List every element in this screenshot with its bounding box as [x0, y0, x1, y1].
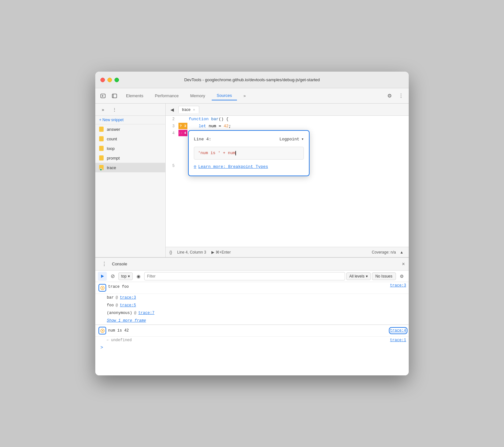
forward-nav-icon[interactable] [109, 91, 120, 101]
fullscreen-button[interactable] [114, 78, 119, 82]
console-menu-icon[interactable]: ⋮ [99, 259, 109, 269]
console-header: ⋮ Console × [95, 258, 409, 271]
console-clear-button[interactable]: ⊘ [108, 272, 117, 281]
tab-memory[interactable]: Memory [185, 91, 210, 100]
snippet-file-icon [99, 136, 104, 141]
close-button[interactable] [100, 78, 105, 82]
snippet-item-trace[interactable]: trace [95, 163, 165, 172]
output-message: num is 42 [107, 327, 390, 334]
trace-foo-entry: foo @ trace:5 [95, 302, 409, 309]
devtools-window: DevTools - googlechrome.github.io/devtoo… [95, 72, 409, 375]
editor-tab-close[interactable]: × [193, 108, 196, 112]
console-entry-trace[interactable]: trace foo trace:3 [95, 282, 409, 294]
snippet-name: answer [107, 127, 120, 132]
log-levels-button[interactable]: All levels ▾ [346, 272, 370, 280]
tab-more[interactable]: » [238, 91, 251, 100]
status-bar: {} Line 4, Column 3 ▶ ⌘+Enter Coverage: … [166, 247, 409, 257]
console-filter-input[interactable] [144, 272, 345, 280]
snippet-name: trace [107, 165, 116, 170]
snippet-file-icon [99, 127, 104, 132]
snippet-item-count[interactable]: count [95, 134, 165, 144]
snippet-item-loop[interactable]: loop [95, 144, 165, 153]
console-entry-output[interactable]: num is 42 trace:4 [95, 325, 409, 337]
console-settings-button[interactable]: ⚙ [397, 272, 406, 281]
trace-link-bar[interactable]: trace:3 [120, 294, 136, 301]
editor-area: ◀ trace × 2 function bar() { [166, 104, 409, 257]
code-area: 2 function bar() { 3 ? 3 [166, 116, 409, 247]
tab-performance[interactable]: Performance [150, 91, 184, 100]
cursor-position: Line 4, Column 3 [177, 250, 206, 255]
logpoint-input-area[interactable]: 'num is ' + num [194, 147, 304, 160]
format-button[interactable]: {} [169, 250, 172, 255]
logpoint-dots: ·· [178, 130, 183, 136]
console-toolbar: ⊘ top ▾ ◉ All levels ▾ No Issues ⚙ [95, 271, 409, 282]
sidebar-menu-icon[interactable]: ⋮ [109, 105, 120, 115]
tab-elements[interactable]: Elements [121, 91, 148, 100]
new-snippet-button[interactable]: + New snippet [95, 116, 165, 124]
console-execute-button[interactable] [98, 272, 107, 281]
issues-counter-button[interactable]: No Issues [372, 272, 396, 280]
run-button[interactable]: ▶ ⌘+Enter [211, 250, 231, 255]
snippet-item-prompt[interactable]: prompt [95, 153, 165, 163]
editor-tab-trace[interactable]: trace × [178, 106, 199, 113]
console-panel: ⋮ Console × ⊘ top ▾ ◉ All levels ▾ [95, 257, 409, 375]
logpoint-output-badge [99, 327, 106, 334]
bp-markers-4: ·· 4 [178, 130, 187, 136]
layers-icon[interactable]: ▲ [398, 249, 405, 255]
logpoint-output-badge-wrap [98, 326, 107, 335]
live-expressions-button[interactable]: ◉ [134, 272, 143, 281]
trace-func-bar: bar [107, 294, 114, 301]
settings-icon[interactable]: ⚙ [384, 91, 395, 101]
more-menu-icon[interactable]: ⋮ [396, 91, 406, 101]
logpoint-link-text: Learn more: Breakpoint Types [198, 163, 268, 170]
trace-link-foo[interactable]: trace:5 [120, 302, 136, 309]
logpoint-type-select[interactable]: Logpoint ▾ [280, 136, 304, 143]
code-line-3: 3 ? 3 let num = 42; [166, 123, 409, 130]
snippet-file-icon-trace [99, 165, 104, 170]
logpoint-badge [99, 284, 106, 291]
trace-at: @ [114, 294, 120, 301]
logpoint-badge-wrap [98, 283, 107, 292]
back-nav-icon[interactable] [98, 91, 108, 101]
snippet-item-answer[interactable]: answer [95, 124, 165, 134]
trace-bar-entry: bar @ trace:3 [95, 294, 409, 302]
trace-anon-entry: (anonymous) @ trace:7 [95, 309, 409, 317]
undefined-source[interactable]: trace:1 [390, 338, 406, 342]
line-number-2: 2 [166, 116, 178, 123]
undefined-message: undefined [111, 338, 132, 342]
snippet-file-icon [99, 146, 104, 151]
line-content-2: function bar() { [187, 116, 409, 123]
context-dropdown-icon: ▾ [128, 274, 130, 278]
minimize-button[interactable] [107, 78, 112, 82]
logpoint-link-icon: ⊙ [194, 163, 196, 170]
top-label: top [121, 274, 127, 278]
line-number-5: 5 [166, 162, 178, 169]
traffic-lights [100, 78, 119, 82]
console-prompt-arrow[interactable]: > [98, 344, 106, 351]
levels-dropdown-icon: ▾ [366, 274, 368, 278]
bp-markers-3: ? 3 [178, 123, 187, 129]
console-close-button[interactable]: × [402, 261, 405, 267]
trace-link-anon[interactable]: trace:7 [138, 310, 154, 316]
logpoint-cursor [235, 151, 236, 155]
tab-sources[interactable]: Sources [212, 91, 237, 100]
ban-icon: ⊘ [111, 273, 115, 279]
return-arrow: ← [107, 338, 109, 342]
context-selector[interactable]: top ▾ [118, 272, 133, 280]
show-more-frames-link[interactable]: Show 1 more frame [107, 318, 146, 324]
breakpoint-question: ? [178, 123, 183, 129]
console-content: trace foo trace:3 bar @ trace:3 foo @ tr… [95, 282, 409, 375]
trace-at-2: @ [114, 302, 120, 309]
line-number-4: 4 [166, 130, 178, 137]
logpoint-line-label: Line 4: [194, 136, 211, 143]
trace-source[interactable]: trace:3 [390, 283, 406, 288]
no-issues-label: No Issues [375, 274, 392, 278]
snippet-name: count [107, 137, 117, 141]
output-source[interactable]: trace:4 [390, 328, 406, 333]
logpoint-learn-more-link[interactable]: ⊙ Learn more: Breakpoint Types [194, 163, 304, 170]
svg-rect-1 [112, 94, 117, 98]
sidebar-more-icon[interactable]: » [98, 105, 108, 115]
logpoint-dropdown-icon: ▾ [301, 136, 304, 143]
editor-back-icon[interactable]: ◀ [168, 106, 176, 114]
shortcut-label: ⌘+Enter [216, 250, 231, 255]
